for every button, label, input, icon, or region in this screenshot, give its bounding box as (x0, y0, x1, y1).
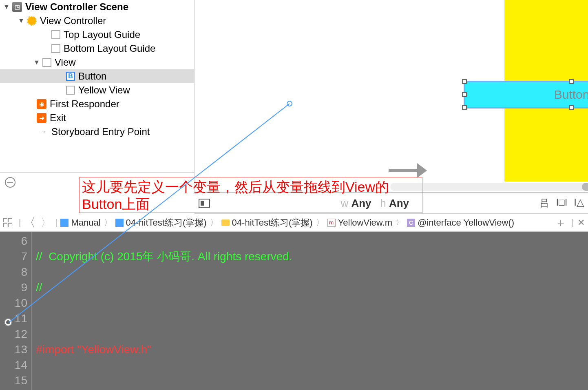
button-icon: B (66, 72, 75, 81)
project-icon (115, 219, 124, 227)
view-icon (66, 86, 75, 95)
canvas-button-label: Button (554, 88, 588, 102)
path-folder[interactable]: 04-hitTest练习(掌握) (219, 217, 315, 229)
disclosure-triangle-icon[interactable]: ▼ (33, 59, 40, 66)
pin-tool-icon[interactable]: I□I (556, 197, 567, 210)
view-icon (42, 58, 51, 67)
viewcontroller-icon (27, 16, 37, 26)
bottom-layout-guide-label: Bottom Layout Guide (64, 43, 155, 54)
exit-row[interactable]: ▼ ➜ Exit (0, 111, 194, 125)
line-gutter: 678 91011 121314 15 (0, 232, 32, 390)
filter-icon[interactable] (5, 177, 15, 188)
top-layout-guide-row[interactable]: ▼ Top Layout Guide (0, 28, 194, 42)
resize-handle[interactable] (462, 105, 467, 110)
resolve-tool-icon[interactable]: I△ (574, 197, 584, 210)
file-label: YellowView.m (338, 217, 392, 228)
back-button[interactable]: 〈 (22, 215, 38, 230)
scene-row[interactable]: ▼ ◳ View Controller Scene (0, 0, 194, 14)
layout-guide-icon (51, 44, 60, 53)
folder-label: 04-hitTest练习(掌握) (232, 217, 313, 229)
top-layout-guide-label: Top Layout Guide (64, 29, 140, 40)
yellow-view-row[interactable]: ▼ Yellow View (0, 83, 194, 97)
resize-handle[interactable] (569, 105, 574, 110)
viewcontroller-label: View Controller (40, 15, 106, 27)
entry-point-label: Storyboard Entry Point (51, 126, 150, 137)
arrow-icon: → (37, 126, 48, 137)
scene-label: View Controller Scene (25, 1, 128, 13)
code-body[interactable]: // Copyright (c) 2015年 小码哥. All rights r… (32, 232, 588, 390)
m-file-icon: m (327, 219, 336, 227)
exit-label: Exit (50, 112, 66, 124)
first-responder-row[interactable]: ▼ ◉ First Responder (0, 97, 194, 111)
resize-handle[interactable] (462, 79, 467, 84)
first-responder-icon: ◉ (37, 99, 46, 109)
code-editor[interactable]: 678 91011 121314 15 // Copyright (c) 201… (0, 232, 588, 390)
resize-handle[interactable] (569, 79, 574, 84)
interface-builder-canvas[interactable]: Button Button (195, 0, 588, 193)
view-row[interactable]: ▼ View (0, 55, 194, 69)
scene-icon: ◳ (12, 2, 22, 12)
close-assistant-button[interactable]: ✕ (574, 217, 588, 228)
yellow-view-label: Yellow View (78, 84, 130, 96)
disclosure-triangle-icon[interactable]: ▼ (3, 3, 10, 11)
button-label: Button (78, 71, 106, 82)
path-project[interactable]: 04-hitTest练习(掌握) (113, 217, 209, 229)
exit-icon: ➜ (37, 113, 46, 123)
canvas-button[interactable]: Button (464, 81, 588, 109)
scrollbar-thumb[interactable] (582, 183, 588, 191)
path-manual[interactable]: Manual (58, 217, 103, 228)
bottom-layout-guide-row[interactable]: ▼ Bottom Layout Guide (0, 42, 194, 55)
button-row[interactable]: ▼ B Button (0, 69, 194, 83)
jump-bar: | 〈 〉 | Manual 〉 04-hitTest练习(掌握) 〉 04-h… (0, 214, 588, 232)
document-outline: ▼ ◳ View Controller Scene ▼ View Control… (0, 0, 195, 192)
related-items-icon[interactable] (3, 218, 15, 227)
manual-label: Manual (71, 217, 100, 228)
viewcontroller-row[interactable]: ▼ View Controller (0, 14, 194, 28)
forward-button[interactable]: 〉 (38, 215, 54, 230)
folder-icon (221, 219, 230, 226)
align-tool-icon[interactable]: 吕 (539, 197, 549, 210)
view-label: View (55, 57, 76, 68)
disclosure-triangle-icon[interactable]: ▼ (18, 17, 24, 24)
path-symbol[interactable]: C @interface YellowView() (405, 217, 517, 228)
resize-handle[interactable] (462, 92, 467, 97)
path-file[interactable]: m YellowView.m (325, 217, 395, 228)
entry-point-row[interactable]: ▼ → Storyboard Entry Point (0, 125, 194, 139)
project-label: 04-hitTest练习(掌握) (126, 217, 207, 229)
class-icon: C (407, 219, 415, 227)
manual-icon (60, 219, 69, 227)
symbol-label: @interface YellowView() (418, 217, 514, 228)
outlet-connection-dot[interactable] (4, 318, 12, 326)
user-annotation: 这儿要先定义一个变量，然后从变量拖线到View的Button上面 (79, 177, 422, 213)
entry-arrow-icon (389, 162, 429, 179)
layout-guide-icon (51, 30, 60, 39)
add-assistant-button[interactable]: ＋ (551, 215, 570, 230)
first-responder-label: First Responder (50, 98, 119, 110)
